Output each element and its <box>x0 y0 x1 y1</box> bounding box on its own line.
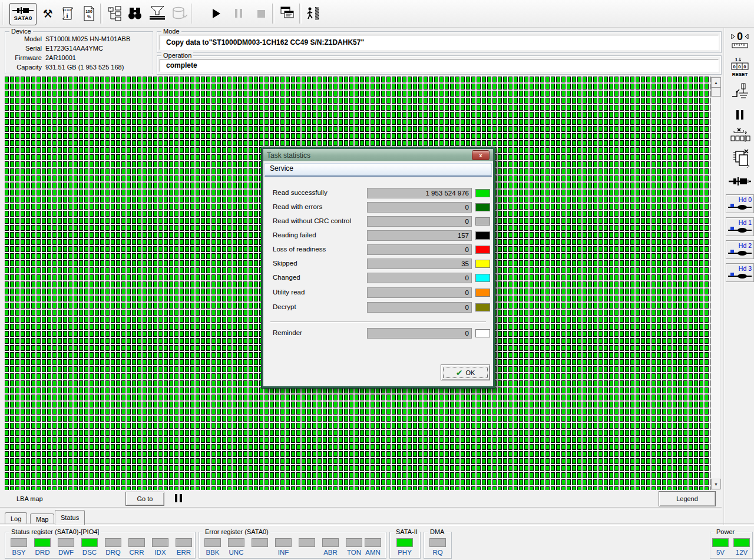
stat-color-swatch <box>475 246 490 254</box>
stat-value: 0 <box>367 216 472 227</box>
pause-icon <box>234 9 243 19</box>
dialog-titlebar[interactable]: Task statistics x <box>263 149 493 161</box>
device-panel: Device Model ST1000LM025 HN-M101ABB Seri… <box>5 31 153 74</box>
stop-icon <box>257 10 265 18</box>
lba-map-label: LBA map <box>16 495 43 502</box>
led-inf-label: INF <box>272 549 295 556</box>
tab-map[interactable]: Map <box>30 513 54 524</box>
scroll-down-button[interactable]: ▼ <box>711 479 721 489</box>
stop-button[interactable] <box>252 5 270 22</box>
map-pause-indicator[interactable] <box>175 494 182 503</box>
hd0-button[interactable]: Hd 0 <box>726 194 754 213</box>
tree-view-button[interactable] <box>106 5 124 22</box>
device-panel-title: Device <box>9 28 33 35</box>
cascade-windows-button[interactable] <box>278 5 296 22</box>
stat-label: Utility read <box>273 289 305 296</box>
device-capacity-value: 931.51 GB (1 953 525 168) <box>45 64 124 71</box>
search-button[interactable] <box>126 5 144 22</box>
dialog-body: Service Read successfully 1 953 524 976 … <box>263 161 493 386</box>
tab-status[interactable]: Status <box>55 510 85 525</box>
scroll-up-button[interactable]: ▲ <box>711 77 721 88</box>
bus-port-button[interactable] <box>728 172 752 191</box>
probe-circuit-button[interactable] <box>728 82 752 101</box>
led-dsc-label: DSC <box>78 549 101 556</box>
arrow-down-icon: ▼ <box>714 482 718 486</box>
operation-panel-title: Operation <box>161 52 193 59</box>
tools-icon: ⚒ <box>42 8 52 19</box>
close-icon: x <box>479 153 482 158</box>
head-select-button[interactable] <box>728 126 752 145</box>
led-phy <box>396 538 413 547</box>
led-bbk-label: BBK <box>201 549 224 556</box>
led-idx <box>152 538 168 547</box>
service-label: Service <box>270 164 293 173</box>
probe-circuit-icon <box>730 82 750 101</box>
svg-text:100: 100 <box>85 9 92 14</box>
close-windows-button[interactable] <box>728 148 752 167</box>
reminder-value: 0 <box>367 328 472 339</box>
play-icon <box>213 9 220 18</box>
led-crr <box>128 538 145 547</box>
device-model-value: ST1000LM025 HN-M101ABB <box>45 35 130 42</box>
sata2-title: SATA-II <box>394 528 419 535</box>
operation-panel: Operation complete <box>157 55 722 75</box>
close-windows-icon <box>730 148 750 168</box>
counter-zero-button[interactable]: 0 <box>728 31 752 49</box>
divider-line <box>0 507 722 509</box>
stat-color-swatch <box>475 289 490 297</box>
sata0-port-button[interactable]: SATA0 <box>9 3 37 25</box>
hd1-button[interactable]: Hd 1 <box>726 217 754 236</box>
hd2-button[interactable]: Hd 2 <box>726 240 754 259</box>
head-icon <box>727 226 753 234</box>
legend-button[interactable]: Legend <box>659 491 716 506</box>
start-button[interactable] <box>207 5 225 22</box>
led-blank-2 <box>299 538 315 547</box>
stat-label: Changed <box>273 274 300 281</box>
toolbar-separator <box>191 4 193 24</box>
stat-label: Decrypt <box>273 303 296 310</box>
tab-map-label: Map <box>36 516 48 523</box>
head-icon <box>727 248 753 257</box>
svg-text:1: 1 <box>735 57 738 62</box>
led-drq-label: DRQ <box>102 549 124 556</box>
pause-button[interactable] <box>230 5 247 22</box>
scroll-thumb[interactable] <box>711 88 721 97</box>
mode-panel-title: Mode <box>161 28 181 35</box>
status-register-panel: Status register (SATA0)-[PIO4] BSY DRD D… <box>5 532 196 559</box>
filter-button[interactable] <box>148 5 166 22</box>
reset-counter-button[interactable]: 1000RESET <box>728 55 752 79</box>
database-copy-button[interactable] <box>171 5 188 22</box>
application-window: { "toolbar": { "sata_button_label": "SAT… <box>0 0 754 560</box>
hd3-button[interactable]: Hd 3 <box>726 263 754 282</box>
toolbar-separator <box>299 4 302 24</box>
led-abr <box>322 538 339 547</box>
led-blank-1 <box>252 538 268 547</box>
map-scrollbar[interactable]: ▲ ▼ <box>710 77 720 490</box>
led-bsy <box>11 538 27 547</box>
stat-value: 0 <box>367 202 472 213</box>
stat-color-swatch <box>475 231 490 240</box>
script-info-button[interactable]: 0110Ii <box>59 5 77 22</box>
side-pause-button[interactable] <box>728 106 752 125</box>
dialog-close-button[interactable]: x <box>472 150 490 160</box>
task-statistics-dialog: Task statistics x Service Read successfu… <box>262 147 495 388</box>
head-select-icon <box>729 127 750 144</box>
exit-icon <box>305 6 320 21</box>
tools-button[interactable]: ⚒ <box>39 5 57 22</box>
stat-color-swatch <box>475 203 490 211</box>
ok-button[interactable]: ✔ OK <box>441 365 490 380</box>
counter-zero-icon: 0 <box>729 31 750 49</box>
led-amn <box>365 538 381 547</box>
mode-panel: Mode Copy data to"ST1000DM003-1CH162 CC4… <box>157 31 722 53</box>
cascade-windows-icon <box>279 6 295 21</box>
exit-button[interactable] <box>304 5 322 22</box>
goto-button[interactable]: Go to <box>125 492 164 506</box>
toolbar-separator <box>272 4 275 24</box>
toolbar-grip <box>2 2 4 25</box>
tab-log[interactable]: Log <box>5 512 27 524</box>
reminder-color-swatch <box>475 329 490 337</box>
power-title: Power <box>715 528 736 535</box>
percent-complete-button[interactable]: 100% <box>80 5 98 22</box>
stat-value: 1 953 524 976 <box>367 188 472 198</box>
svg-text:0: 0 <box>737 31 743 42</box>
